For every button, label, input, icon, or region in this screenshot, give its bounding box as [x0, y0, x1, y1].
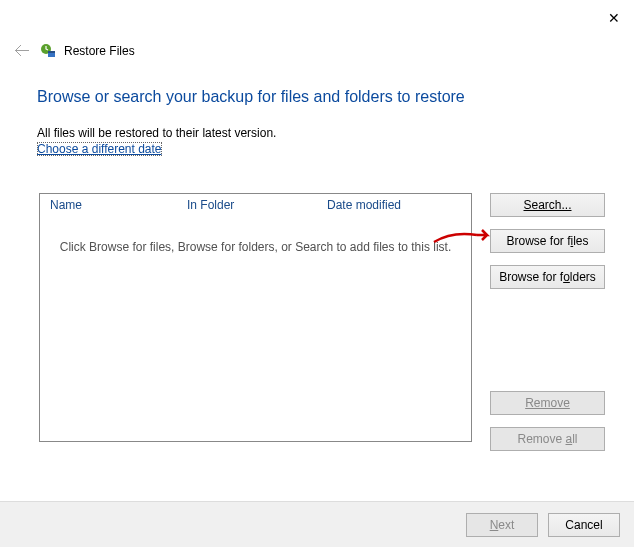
col-in-folder[interactable]: In Folder — [177, 198, 317, 212]
restore-files-icon — [40, 43, 56, 59]
svg-rect-2 — [48, 51, 55, 53]
col-date-modified[interactable]: Date modified — [317, 198, 467, 212]
column-headers: Name In Folder Date modified — [40, 194, 471, 216]
remove-button: Remove — [490, 391, 605, 415]
empty-list-message: Click Browse for files, Browse for folde… — [40, 240, 471, 254]
subtext: All files will be restored to their late… — [37, 126, 276, 140]
titlebar: 🡠 Restore Files — [12, 40, 135, 62]
browse-files-button[interactable]: Browse for files — [490, 229, 605, 253]
back-arrow-icon[interactable]: 🡠 — [12, 40, 32, 62]
next-button: Next — [466, 513, 538, 537]
choose-date-link[interactable]: Choose a different date — [37, 142, 162, 156]
side-buttons: Search... Browse for files Browse for fo… — [490, 193, 605, 451]
file-list: Name In Folder Date modified Click Brows… — [39, 193, 472, 442]
remove-all-button: Remove all — [490, 427, 605, 451]
footer: Next Cancel — [0, 501, 634, 547]
browse-folders-button[interactable]: Browse for folders — [490, 265, 605, 289]
page-heading: Browse or search your backup for files a… — [37, 88, 465, 106]
window-title: Restore Files — [64, 44, 135, 58]
col-name[interactable]: Name — [40, 198, 177, 212]
cancel-button[interactable]: Cancel — [548, 513, 620, 537]
close-icon[interactable]: ✕ — [608, 10, 620, 26]
search-button[interactable]: Search... — [490, 193, 605, 217]
